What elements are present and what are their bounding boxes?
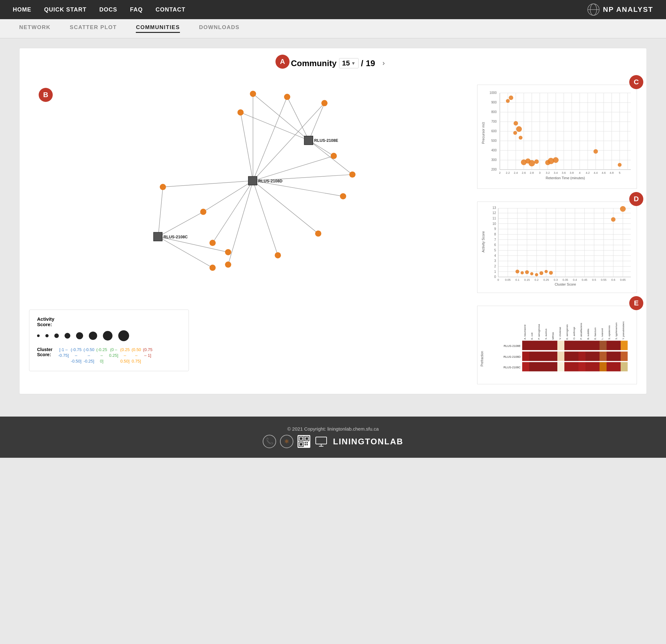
svg-text:0.6: 0.6 [611,278,615,282]
legend-score-7: (0.50–0.75] [132,347,141,364]
svg-rect-242 [593,362,599,372]
svg-rect-211 [585,341,593,350]
svg-text:E. coli: E. coli [530,333,533,340]
svg-text:5: 5 [494,249,496,252]
svg-rect-219 [536,352,543,361]
svg-rect-236 [550,362,557,372]
dropdown-arrow-icon[interactable]: ▼ [351,61,356,66]
svg-text:Retention Time (minutes): Retention Time (minutes) [546,176,585,180]
svg-text:600: 600 [491,129,497,133]
svg-line-3 [309,103,325,141]
svg-line-10 [253,97,287,181]
svg-point-102 [513,121,518,126]
svg-text:1: 1 [494,270,496,273]
svg-line-12 [241,112,253,181]
tab-downloads[interactable]: DOWNLOADS [199,24,240,33]
svg-point-109 [534,159,539,164]
svg-rect-233 [529,362,536,372]
svg-line-24 [158,237,212,268]
svg-text:3.4: 3.4 [554,171,558,175]
legend-score-8: (0.75– 1] [143,347,153,358]
svg-point-33 [315,230,321,236]
svg-text:4.4: 4.4 [594,171,598,175]
svg-line-13 [253,156,334,181]
svg-text:Prefraction: Prefraction [481,351,484,366]
svg-rect-229 [607,352,614,361]
right-panel: C [477,78,637,384]
svg-point-30 [331,153,337,159]
brand-icon [587,3,600,16]
svg-rect-218 [529,352,536,361]
svg-rect-206 [550,341,557,350]
svg-rect-205 [543,341,550,350]
next-community[interactable]: › [380,58,387,69]
nav-home[interactable]: HOME [13,6,31,13]
svg-point-112 [553,157,559,163]
svg-text:Cluster Score: Cluster Score [555,282,576,286]
phone-icon: 📞 [263,435,276,448]
svg-point-182 [549,271,553,275]
svg-point-37 [200,209,206,215]
svg-point-173 [620,206,626,212]
network-graph: RLUS-2108E RLUS-2108D RLUS-2108C [29,78,468,302]
svg-text:0.35: 0.35 [562,278,568,282]
svg-text:4.6: 4.6 [602,171,606,175]
footer-icons: 📞 ⚛ [263,435,328,448]
svg-text:3: 3 [494,259,496,263]
svg-point-100 [509,95,513,100]
legend-dot-7 [103,331,112,341]
svg-rect-226 [585,352,593,361]
scatter1-svg: 200 300 400 500 600 700 800 900 1000 2 2… [481,88,634,184]
svg-rect-214 [607,341,614,350]
svg-text:13: 13 [492,206,496,210]
heatmap: A. baumannii E. coli P. aeruginosa S. au… [477,306,637,384]
svg-rect-264 [304,444,306,445]
main-grid: B [29,78,637,384]
svg-line-22 [158,187,163,237]
svg-rect-203 [529,341,536,350]
legend-score-3: (-0.50–-0.25] [83,347,94,364]
svg-rect-208 [564,341,572,350]
svg-rect-257 [300,437,302,440]
tab-scatter[interactable]: SCATTER PLOT [70,24,117,33]
nav-quickstart[interactable]: QUICK START [44,6,87,13]
nav-brand: NP ANALYST [587,3,653,16]
svg-rect-228 [599,352,607,361]
svg-line-6 [241,112,309,141]
svg-text:0.5: 0.5 [592,278,596,282]
svg-line-9 [253,103,325,181]
tab-communities[interactable]: COMMUNITIES [136,24,180,33]
nav-contact[interactable]: CONTACT [156,6,186,13]
svg-point-103 [516,126,522,132]
tab-network[interactable]: NETWORK [19,24,51,33]
legend-box: ActivityScore: [29,309,189,371]
svg-line-17 [253,181,278,255]
svg-rect-259 [305,437,308,440]
legend-cluster-label: ClusterScore: [37,347,56,357]
svg-point-101 [506,99,510,103]
svg-rect-237 [557,362,564,372]
svg-text:RLUS-2108D: RLUS-2108D [503,355,521,358]
svg-text:⚛: ⚛ [284,438,289,445]
brand-text: NP ANALYST [603,5,653,14]
badge-b: B [39,88,53,102]
svg-rect-262 [304,442,306,443]
svg-point-176 [521,271,524,274]
svg-point-28 [250,91,256,97]
svg-line-18 [228,181,253,265]
nav-docs[interactable]: DOCS [99,6,117,13]
svg-rect-207 [557,341,564,350]
heatmap-svg: A. baumannii E. coli P. aeruginosa S. au… [481,309,634,379]
svg-text:Y. pseudotuberc: Y. pseudotuberc [622,321,625,340]
nav-faq[interactable]: FAQ [130,6,143,13]
svg-text:B. subtilis: B. subtilis [587,329,590,340]
svg-point-105 [519,136,523,140]
svg-point-38 [209,240,215,246]
svg-line-21 [212,181,253,243]
svg-rect-263 [306,442,308,443]
svg-point-40 [225,249,231,255]
svg-rect-240 [578,362,585,372]
svg-text:400: 400 [491,148,497,152]
svg-point-175 [515,270,519,273]
legend-score-5: (0 –0.25] [109,347,118,358]
